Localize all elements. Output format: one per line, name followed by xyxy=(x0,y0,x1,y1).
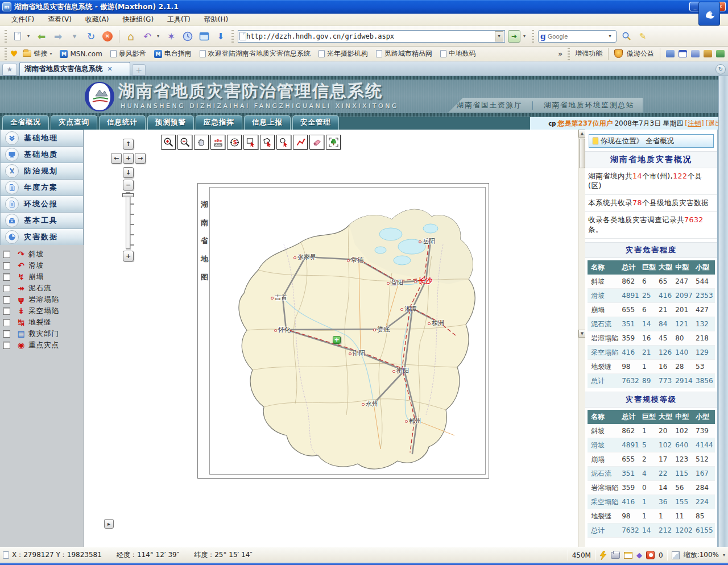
layer-checkbox[interactable] xyxy=(3,273,10,281)
panel-scrollbar[interactable]: ▲ ▼ xyxy=(578,130,585,547)
download-button[interactable]: ⬇ xyxy=(214,30,228,43)
nav-tab-province-overview[interactable]: 全省概况 xyxy=(2,115,49,130)
history-dropdown-icon[interactable]: ▾ xyxy=(68,30,81,43)
menu-favorites[interactable]: 收藏(A) xyxy=(78,13,116,26)
bookmark-hunan-disaster-system[interactable]: 欢迎登陆湖南省地质灾害信息系统 xyxy=(197,48,313,60)
bookmarks-overflow-chevron[interactable]: » xyxy=(558,50,562,58)
home-button[interactable]: ⌂ xyxy=(124,30,138,43)
layer-checkbox[interactable] xyxy=(3,251,10,258)
favorites-heart-icon[interactable]: ♥ xyxy=(10,49,18,59)
history-clock-icon[interactable] xyxy=(181,30,195,43)
bookmark-storm-player[interactable]: 暴风影音 xyxy=(107,48,149,60)
measure-area-button[interactable]: S xyxy=(227,135,242,149)
new-page-dropdown[interactable]: ▾ xyxy=(27,34,32,39)
menu-groups[interactable]: 快捷组(G) xyxy=(115,13,160,26)
layer-checkbox[interactable] xyxy=(3,296,10,304)
nav-tab-info-statistics[interactable]: 信息统计 xyxy=(99,115,146,130)
menu-tools[interactable]: 工具(T) xyxy=(160,13,197,26)
select-circle-button[interactable] xyxy=(276,135,291,149)
tab-list-star-button[interactable]: ★ xyxy=(2,64,17,76)
sidebar-item-basic-geography[interactable]: 基础地理 xyxy=(0,130,84,146)
popup-blocker-icon[interactable] xyxy=(646,551,655,559)
magic-wand-icon[interactable]: ✶ xyxy=(164,30,178,43)
address-bar[interactable]: ▾ xyxy=(238,30,505,43)
highlighter-icon[interactable]: ✎ xyxy=(636,30,650,43)
undo-dropdown[interactable]: ▾ xyxy=(157,34,162,39)
link-land-resources-dept[interactable]: 湖南省国土资源厅 xyxy=(456,101,522,110)
plugin-icon[interactable] xyxy=(704,50,712,57)
url-input[interactable] xyxy=(246,32,495,40)
notes-icon[interactable] xyxy=(691,50,700,57)
undo-button[interactable]: ↶ xyxy=(140,30,154,43)
select-polygon-button[interactable] xyxy=(260,135,275,149)
pan-hand-button[interactable] xyxy=(194,135,209,149)
zoom-slider-plus-button[interactable]: + xyxy=(123,251,134,261)
map-frame[interactable]: 湖 南 省 地 图 xyxy=(197,183,489,479)
layer-checkbox[interactable] xyxy=(3,319,10,326)
enhance-features-link[interactable]: 增强功能 xyxy=(575,49,602,59)
notes-diamond-icon[interactable]: ◆ xyxy=(636,551,642,559)
zoom-level[interactable]: 缩放:100% xyxy=(684,550,719,560)
search-input[interactable] xyxy=(548,33,604,40)
layer-checkbox[interactable] xyxy=(3,342,10,349)
zoom-slider-minus-button[interactable]: − xyxy=(123,180,134,190)
layer-checkbox[interactable] xyxy=(3,285,10,292)
zoom-slider-thumb[interactable] xyxy=(122,193,134,197)
back-button[interactable]: ⬅ xyxy=(35,30,48,43)
sidebar-item-annual-plan[interactable]: 年度方案 xyxy=(0,179,84,196)
zoom-slider-track[interactable] xyxy=(126,192,130,249)
new-page-button[interactable] xyxy=(11,30,24,43)
scrollbar-thumb[interactable] xyxy=(579,139,585,168)
layer-checkbox[interactable] xyxy=(3,330,10,338)
sidebar-item-environment-bulletin[interactable]: 环境公报 xyxy=(0,196,84,212)
nav-tab-security-management[interactable]: 安全管理 xyxy=(292,115,339,130)
refresh-button[interactable]: ↻ xyxy=(84,30,98,43)
link-geo-environment-station[interactable]: 湖南省地质环境监测总站 xyxy=(544,101,635,110)
measure-distance-button[interactable]: ? xyxy=(210,135,225,149)
layer-checkbox[interactable] xyxy=(3,308,10,315)
zoom-dropdown-caret[interactable]: ▾ xyxy=(723,552,725,558)
nav-tab-info-report[interactable]: 信息上报 xyxy=(244,115,291,130)
boost-lightning-icon[interactable] xyxy=(599,551,607,560)
search-box[interactable]: g ▾ xyxy=(538,30,617,43)
zoom-out-button[interactable] xyxy=(177,135,192,149)
zoom-in-button[interactable] xyxy=(161,135,176,149)
logout-link[interactable]: [注销] xyxy=(685,119,704,128)
map-scroll-right-button[interactable]: ▸ xyxy=(104,519,114,529)
pan-down-button[interactable]: ↓ xyxy=(123,167,134,178)
proxy-icon[interactable] xyxy=(666,50,675,57)
nav-tab-forecast-warning[interactable]: 预测预警 xyxy=(147,115,194,130)
eraser-button[interactable] xyxy=(309,135,324,149)
bookmark-msn[interactable]: MMSN.com xyxy=(57,49,105,59)
printer-icon[interactable] xyxy=(611,552,620,559)
nav-tab-disaster-query[interactable]: 灾点查询 xyxy=(51,115,97,130)
tab-active[interactable]: 湖南省地质灾害信息系统 ✕ xyxy=(19,62,130,76)
menu-view[interactable]: 查看(V) xyxy=(41,13,78,26)
window-tool-icon[interactable] xyxy=(679,50,687,57)
split-window-icon[interactable] xyxy=(197,30,211,43)
tab-scroll-button[interactable]: ↻ xyxy=(715,64,726,74)
skin-icon[interactable] xyxy=(716,50,725,57)
new-window-icon[interactable] xyxy=(624,552,632,559)
pan-left-button[interactable]: ← xyxy=(111,153,122,164)
sidebar-item-basic-geology[interactable]: 基础地质 xyxy=(0,146,84,163)
search-magnifier-icon[interactable] xyxy=(619,30,633,43)
forward-button[interactable]: ➡ xyxy=(51,30,65,43)
links-folder[interactable]: 链接▾ xyxy=(20,48,55,60)
tab-close-icon[interactable]: ✕ xyxy=(107,65,113,73)
new-tab-button[interactable]: + xyxy=(132,64,146,76)
url-dropdown[interactable]: ▾ xyxy=(495,31,503,41)
bookmark-guangnian-photography[interactable]: 光年摄影机构 xyxy=(316,48,371,60)
resize-page-icon[interactable] xyxy=(672,551,680,559)
sidebar-item-prevention-planning[interactable]: 防治规划 xyxy=(0,163,84,179)
pan-up-button[interactable]: ↑ xyxy=(123,139,134,149)
sidebar-item-disaster-data[interactable]: 灾害数据 xyxy=(0,229,84,245)
bookmark-zhongdi-digital[interactable]: 中地数码 xyxy=(437,48,479,60)
go-button[interactable]: ➔ xyxy=(508,30,520,43)
search-engine-dropdown[interactable]: ▾ xyxy=(606,31,614,41)
layer-checkbox[interactable] xyxy=(3,262,10,269)
menu-help[interactable]: 帮助(H) xyxy=(197,13,235,26)
bookmark-milu-city[interactable]: 觅路城市精品网 xyxy=(373,48,435,60)
go-dropdown[interactable]: ▾ xyxy=(523,34,528,39)
stop-button[interactable]: ✕ xyxy=(101,30,114,43)
